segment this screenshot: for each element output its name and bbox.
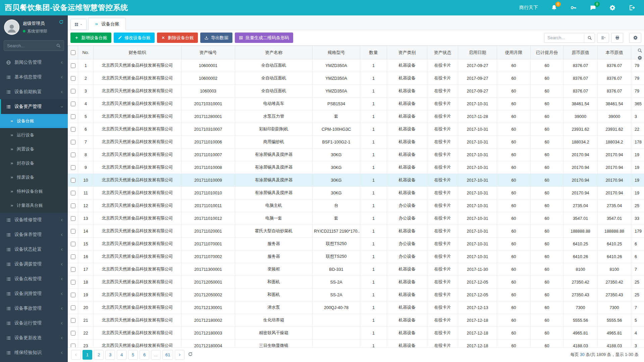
table-row[interactable]: 14北京西贝天然派食品科技发展有限公司201711020001霍氏大型自动炒菜机… [68, 225, 644, 238]
sidebar-item[interactable]: 设备状态处置 [0, 242, 68, 257]
table-row[interactable]: 16北京西贝天然派食品科技发展有限公司201711070002服务器联想TS25… [68, 250, 644, 263]
row-checkbox[interactable] [71, 102, 75, 106]
column-header[interactable]: 启用日期 [458, 46, 497, 59]
portal-name[interactable]: 商行天下 [519, 5, 538, 11]
row-checkbox[interactable] [71, 89, 75, 94]
sidebar-subitem[interactable]: 特种设备台账 [0, 184, 68, 198]
sidebar-item[interactable]: 新闻公告管理 [0, 55, 68, 70]
page-size-select[interactable]: 30 [580, 352, 585, 357]
table-row[interactable]: 7北京西贝天然派食品科技发展有限公司201711010006商用煸炒机BSF1-… [68, 136, 644, 148]
sidebar-subitem[interactable]: 运行设备 [0, 128, 68, 142]
column-header[interactable]: 使用月限 [497, 46, 531, 59]
row-checkbox[interactable] [71, 114, 75, 119]
avatar[interactable] [4, 19, 19, 35]
column-header[interactable]: 规格型号 [313, 46, 360, 59]
page-ellipsis[interactable]: ... [151, 350, 161, 360]
table-row[interactable]: 17北京西贝天然派食品科技发展有限公司201711300001变频柜BD-331… [68, 263, 644, 276]
grid-settings-icon[interactable] [637, 55, 642, 60]
table-row[interactable]: 10北京西贝天然派食品科技发展有限公司201711010009有涂层锅具及搅拌器… [68, 174, 644, 187]
sidebar-item[interactable]: 设备点检管理 [0, 272, 68, 286]
table-row[interactable]: 22北京西贝天然派食品科技发展有限公司201712180003精密鼓风干燥箱1机… [68, 327, 644, 340]
grid-search-icon[interactable] [637, 48, 642, 53]
delete-asset-button[interactable]: 删除设备台账 [157, 33, 198, 43]
sidebar-subitem[interactable]: 封存设备 [0, 156, 68, 170]
table-search-button[interactable] [584, 33, 595, 43]
table-row[interactable]: 12北京西贝天然派食品科技发展有限公司201711010011电脑主机台1办公设… [68, 199, 644, 212]
table-row[interactable]: 4北京西贝天然派食品科技发展有限公司201710310001电动堆高车PSB15… [68, 98, 644, 110]
sidebar-item[interactable]: 设备更新改造 [0, 330, 68, 345]
table-row[interactable]: 5北京西贝天然派食品科技发展有限公司201711280001水泵压力管套1机器设… [68, 110, 644, 123]
settings-button[interactable] [629, 33, 641, 43]
comment-button[interactable]: 0 [590, 4, 596, 11]
sidebar-item[interactable]: 设备维修管理 [0, 213, 68, 227]
column-header[interactable]: 资产类别 [387, 46, 427, 59]
row-checkbox[interactable] [71, 318, 75, 323]
row-checkbox[interactable] [71, 76, 75, 81]
row-checkbox[interactable] [71, 331, 75, 336]
page-button-2[interactable]: 2 [94, 350, 104, 360]
sidebar-subitem[interactable]: 报废设备 [0, 170, 68, 184]
table-search-input[interactable] [544, 33, 584, 43]
page-button-4[interactable]: 4 [117, 350, 126, 360]
row-checkbox[interactable] [71, 242, 75, 246]
row-checkbox[interactable] [71, 178, 75, 183]
sidebar-item[interactable]: 设备资产管理 [0, 99, 68, 114]
prev-page-button[interactable] [71, 350, 81, 360]
print-button[interactable] [611, 33, 623, 43]
sidebar-search-input[interactable] [7, 43, 56, 48]
table-row[interactable]: 9北京西贝天然派食品科技发展有限公司201711010008有涂层锅具及搅拌器3… [68, 161, 644, 174]
sidebar-item[interactable]: 设备事故管理 [0, 301, 68, 316]
column-header[interactable]: 原币原值 [564, 46, 598, 59]
table-row[interactable]: 1北京西贝天然派食品科技发展有限公司10600001全自动压面机YMZD350A… [68, 59, 644, 72]
column-header[interactable]: 资产名称 [235, 46, 313, 59]
profile-refresh-button[interactable] [59, 19, 64, 24]
table-row[interactable]: 6北京西贝天然派食品科技发展有限公司201710310007彩贴印刻刻制机CPM… [68, 123, 644, 136]
sidebar-item[interactable]: 设备运行管理 [0, 316, 68, 330]
table-row[interactable]: 18北京西贝天然派食品科技发展有限公司201712050001和面机SS-2A1… [68, 276, 644, 289]
table-row[interactable]: 8北京西贝天然派食品科技发展有限公司201711010007有涂层锅具及搅拌器3… [68, 148, 644, 161]
row-checkbox[interactable] [71, 267, 75, 272]
row-checkbox[interactable] [71, 344, 75, 347]
tab-equipment-ledger[interactable]: 设备台账 [88, 18, 126, 30]
column-header[interactable]: 财务组织 [94, 46, 181, 59]
page-button-5[interactable]: 5 [128, 350, 138, 360]
page-button-6[interactable]: 6 [140, 350, 149, 360]
row-checkbox[interactable] [71, 203, 75, 208]
key-button[interactable] [570, 4, 577, 11]
row-checkbox[interactable] [71, 229, 75, 234]
table-row[interactable]: 15北京西贝天然派食品科技发展有限公司201711070001服务器联想TS25… [68, 238, 644, 250]
table-row[interactable]: 20北京西贝天然派食品科技发展有限公司201712130001潜水泵200QJ-… [68, 301, 644, 314]
row-checkbox[interactable] [71, 254, 75, 259]
column-header[interactable]: 本币原值 [598, 46, 631, 59]
sidebar-item[interactable]: 维保经验知识 [0, 345, 68, 360]
search-icon[interactable] [56, 43, 61, 48]
table-row[interactable]: 19北京西贝天然派食品科技发展有限公司201712050002和面机SS-2A1… [68, 289, 644, 301]
sidebar-item[interactable]: 设备调拨管理 [0, 257, 68, 272]
row-checkbox[interactable] [71, 153, 75, 157]
sidebar-item[interactable]: 设备润滑管理 [0, 286, 68, 301]
sidebar-subitem[interactable]: 计量器具台账 [0, 198, 68, 213]
column-header[interactable]: 资产编号 [181, 46, 235, 59]
sidebar-item[interactable]: 基本信息管理 [0, 70, 68, 84]
row-checkbox[interactable] [71, 140, 75, 144]
sidebar-item[interactable]: 设备保养管理 [0, 227, 68, 242]
select-all-checkbox[interactable] [71, 50, 75, 55]
table-row[interactable]: 23北京西贝天然派食品科技发展有限公司201712180004三目生物显微镜1机… [68, 340, 644, 348]
column-header[interactable]: 数量 [360, 46, 387, 59]
sign-out-button[interactable] [629, 4, 635, 11]
table-row[interactable]: 21北京西贝天然派食品科技发展有限公司201712180002生化培养箱1机器设… [68, 314, 644, 327]
add-asset-button[interactable]: 新增设备台账 [70, 33, 111, 43]
row-checkbox[interactable] [71, 165, 75, 170]
sidebar-subitem[interactable]: 闲置设备 [0, 142, 68, 156]
pagination-refresh-button[interactable] [188, 352, 193, 358]
export-data-button[interactable]: 导出数据 [200, 33, 232, 43]
table-row[interactable]: 11北京西贝天然派食品科技发展有限公司201711010010有涂层锅具及搅拌器… [68, 187, 644, 199]
columns-button[interactable] [597, 33, 609, 43]
page-button-61[interactable]: 61 [162, 350, 173, 360]
row-checkbox[interactable] [71, 63, 75, 68]
column-header[interactable]: 资产状态 [427, 46, 458, 59]
row-checkbox[interactable] [71, 280, 75, 285]
column-header[interactable]: 已计提月份 [531, 46, 564, 59]
column-header[interactable]: No. [78, 46, 94, 59]
row-checkbox[interactable] [71, 305, 75, 310]
